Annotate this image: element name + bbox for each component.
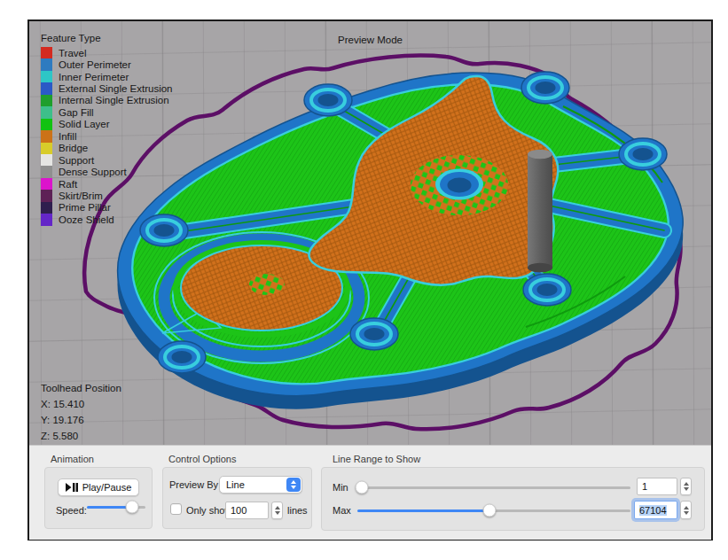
animation-group: Play/Pause Speed: [44, 467, 153, 529]
preview-by-value: Line [226, 479, 245, 490]
printed-part [117, 72, 683, 409]
legend-item: External Single Extrusion [41, 82, 172, 94]
legend-item: Outer Perimeter [41, 58, 172, 70]
preview-by-label: Preview By [169, 479, 218, 490]
legend-swatch [41, 202, 52, 214]
min-slider[interactable] [357, 481, 630, 494]
max-slider-thumb[interactable] [483, 504, 497, 517]
line-range-group-label: Line Range to Show [333, 454, 420, 464]
preview-controls-panel: Animation Play/Pause Speed: Control Opti… [29, 445, 711, 540]
legend-item: Infill [41, 130, 172, 142]
legend-swatch [41, 95, 52, 106]
legend-swatch [41, 82, 52, 94]
legend-swatch [41, 143, 52, 154]
lines-count-stepper[interactable] [271, 502, 283, 519]
control-options-group-label: Control Options [168, 454, 236, 464]
legend-item: Support [41, 154, 172, 166]
legend-item: Prime Pillar [41, 202, 172, 214]
legend-item: Inner Perimeter [41, 71, 172, 82]
only-show-checkbox[interactable] [170, 503, 182, 515]
legend-item: Ooze Shield [41, 214, 172, 225]
legend-swatch [41, 178, 52, 190]
legend-swatch [41, 214, 52, 225]
legend-swatch [41, 119, 52, 130]
toolhead-y: Y: 19.176 [41, 412, 121, 428]
legend-item: Skirt/Brim [41, 190, 172, 201]
max-value-input[interactable]: 67104 [634, 501, 677, 519]
legend-item: Raft [41, 178, 172, 190]
preview-mode-label: Preview Mode [29, 35, 711, 45]
app-window: Feature Type Travel Outer Perimeter Inne… [27, 19, 713, 541]
toolhead-title: Toolhead Position [41, 380, 121, 396]
toolhead-z: Z: 5.580 [41, 428, 121, 444]
control-options-group: Preview By Line Only show 100 lines [162, 467, 312, 529]
min-label: Min [333, 482, 348, 493]
toolhead-position-readout: Toolhead Position X: 15.410 Y: 19.176 Z:… [41, 380, 121, 444]
max-slider[interactable] [357, 504, 630, 517]
legend-swatch [41, 106, 52, 118]
preview-3d-viewport[interactable]: Feature Type Travel Outer Perimeter Inne… [29, 21, 711, 445]
legend-swatch [41, 166, 52, 177]
play-pause-label: Play/Pause [82, 482, 132, 493]
play-pause-button[interactable]: Play/Pause [58, 478, 139, 496]
lines-suffix-label: lines [287, 505, 308, 516]
dropdown-stepper-icon[interactable] [286, 478, 301, 492]
legend-swatch [41, 71, 52, 82]
min-value-input[interactable]: 1 [637, 478, 677, 495]
legend-item: Dense Support [41, 166, 172, 177]
legend-swatch [41, 130, 52, 142]
legend-item: Gap Fill [41, 106, 172, 118]
legend-item: Travel [41, 47, 172, 58]
animation-group-label: Animation [51, 454, 94, 464]
speed-label: Speed: [56, 505, 87, 516]
lines-count-input[interactable]: 100 [225, 502, 269, 519]
legend-swatch [41, 47, 52, 58]
min-slider-track[interactable] [357, 486, 630, 489]
min-value-stepper[interactable] [680, 478, 692, 495]
feature-type-legend: Feature Type Travel Outer Perimeter Inne… [41, 33, 172, 226]
min-slider-thumb[interactable] [355, 481, 368, 494]
speed-slider-thumb[interactable] [126, 501, 139, 514]
legend-swatch [41, 190, 52, 201]
legend-swatch [41, 154, 52, 166]
legend-item: Bridge [41, 143, 172, 154]
line-range-group: Min 1 Max 67104 [321, 467, 705, 531]
legend-swatch [41, 58, 52, 70]
play-pause-icon [66, 483, 78, 492]
speed-slider[interactable] [87, 501, 145, 513]
toolhead-pillar [528, 150, 552, 272]
legend-item: Solid Layer [41, 119, 172, 130]
max-value-stepper[interactable] [680, 501, 692, 519]
preview-by-dropdown[interactable]: Line [219, 476, 302, 494]
max-label: Max [333, 505, 351, 516]
legend-item: Internal Single Extrusion [41, 95, 172, 106]
toolhead-x: X: 15.410 [41, 396, 121, 412]
